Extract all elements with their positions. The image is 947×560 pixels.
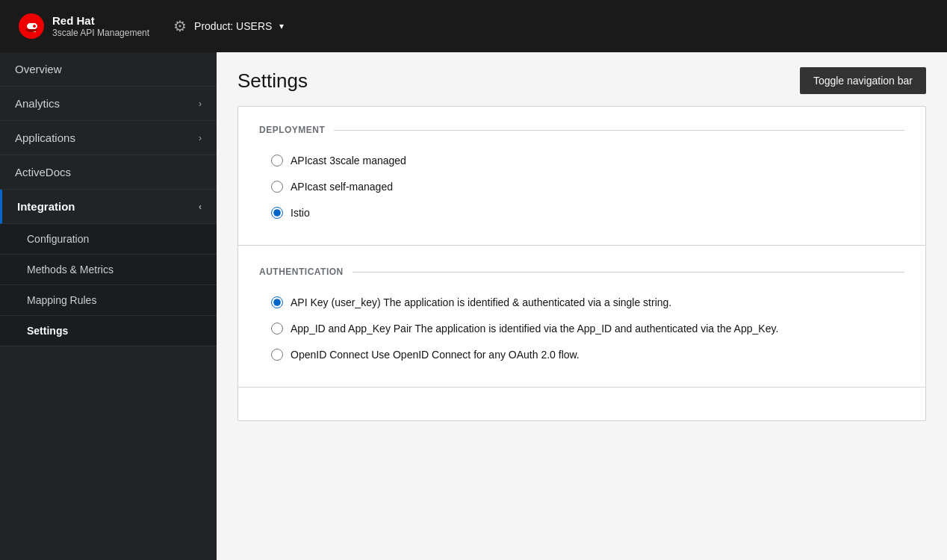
deployment-label-apicast-managed: APIcast 3scale managed bbox=[291, 153, 406, 169]
sidebar-item-applications-label: Applications bbox=[15, 131, 75, 144]
sidebar-item-overview[interactable]: Overview bbox=[0, 52, 217, 87]
sidebar-subitem-settings-label: Settings bbox=[27, 325, 68, 337]
section-divider bbox=[238, 245, 925, 246]
chevron-right-icon: › bbox=[199, 99, 202, 109]
authentication-section-line bbox=[353, 272, 904, 273]
deployment-radio-apicast-self[interactable] bbox=[271, 181, 283, 193]
bottom-divider bbox=[238, 387, 925, 388]
chevron-down-icon: ▾ bbox=[279, 21, 284, 31]
sidebar-item-integration-label: Integration bbox=[17, 200, 75, 213]
toggle-navigation-bar-button[interactable]: Toggle navigation bar bbox=[800, 67, 926, 94]
brand: Red Hat 3scale API Management bbox=[18, 13, 149, 40]
sidebar-item-activedocs[interactable]: ActiveDocs bbox=[0, 155, 217, 190]
sidebar-subitem-configuration-label: Configuration bbox=[27, 233, 89, 245]
sidebar-submenu-integration: Configuration Methods & Metrics Mapping … bbox=[0, 224, 217, 346]
authentication-label-api-key: API Key (user_key) The application is id… bbox=[291, 295, 671, 311]
deployment-option-apicast-managed[interactable]: APIcast 3scale managed bbox=[271, 153, 892, 169]
sidebar-subitem-mapping-rules-label: Mapping Rules bbox=[27, 294, 96, 306]
layout: Overview Analytics › Applications › Acti… bbox=[0, 52, 947, 560]
sidebar-subitem-mapping-rules[interactable]: Mapping Rules bbox=[0, 285, 217, 316]
main-content: Settings Toggle navigation bar DEPLOYMEN… bbox=[217, 52, 947, 560]
sidebar-subitem-methods-metrics[interactable]: Methods & Metrics bbox=[0, 255, 217, 285]
deployment-section: DEPLOYMENT APIcast 3scale managed APIcas… bbox=[238, 107, 925, 242]
deployment-radio-apicast-managed[interactable] bbox=[271, 155, 283, 167]
authentication-option-api-key[interactable]: API Key (user_key) The application is id… bbox=[271, 295, 892, 311]
redhat-logo-icon bbox=[18, 13, 45, 40]
page-title: Settings bbox=[237, 69, 308, 93]
sidebar-subitem-methods-metrics-label: Methods & Metrics bbox=[27, 264, 114, 276]
product-selector[interactable]: ⚙ Product: USERS ▾ bbox=[173, 17, 284, 35]
bottom-spacer bbox=[238, 391, 925, 420]
authentication-radio-app-id-key[interactable] bbox=[271, 323, 283, 335]
deployment-option-apicast-self[interactable]: APIcast self-managed bbox=[271, 179, 892, 195]
authentication-label-app-id-key: App_ID and App_Key Pair The application … bbox=[291, 321, 778, 337]
sidebar-item-analytics-label: Analytics bbox=[15, 97, 60, 110]
brand-text: Red Hat 3scale API Management bbox=[52, 14, 149, 38]
authentication-radio-openid[interactable] bbox=[271, 349, 283, 361]
sidebar-subitem-settings[interactable]: Settings bbox=[0, 316, 217, 346]
deployment-option-istio[interactable]: Istio bbox=[271, 205, 892, 221]
authentication-label-openid: OpenID Connect Use OpenID Connect for an… bbox=[291, 347, 580, 363]
product-selector-icon: ⚙ bbox=[173, 17, 187, 35]
sidebar-item-analytics[interactable]: Analytics › bbox=[0, 87, 217, 121]
chevron-down-icon: ‹ bbox=[199, 202, 202, 212]
settings-card: DEPLOYMENT APIcast 3scale managed APIcas… bbox=[237, 106, 926, 421]
authentication-section: AUTHENTICATION API Key (user_key) The ap… bbox=[238, 249, 925, 384]
deployment-section-line bbox=[334, 130, 904, 131]
authentication-radio-group: API Key (user_key) The application is id… bbox=[259, 292, 904, 366]
deployment-label-apicast-self: APIcast self-managed bbox=[291, 179, 393, 195]
deployment-radio-istio[interactable] bbox=[271, 207, 283, 219]
sidebar-item-activedocs-label: ActiveDocs bbox=[15, 166, 71, 178]
brand-sub: 3scale API Management bbox=[52, 28, 149, 38]
authentication-option-openid[interactable]: OpenID Connect Use OpenID Connect for an… bbox=[271, 347, 892, 363]
product-label: Product: USERS bbox=[194, 20, 272, 32]
sidebar: Overview Analytics › Applications › Acti… bbox=[0, 52, 217, 560]
brand-name: Red Hat bbox=[52, 14, 149, 28]
authentication-radio-api-key[interactable] bbox=[271, 296, 283, 308]
top-header: Red Hat 3scale API Management ⚙ Product:… bbox=[0, 0, 947, 52]
authentication-section-title: AUTHENTICATION bbox=[259, 267, 344, 277]
deployment-radio-group: APIcast 3scale managed APIcast self-mana… bbox=[259, 150, 904, 224]
chevron-right-icon: › bbox=[199, 133, 202, 143]
page-header: Settings Toggle navigation bar bbox=[217, 52, 947, 106]
deployment-label-istio: Istio bbox=[291, 205, 310, 221]
sidebar-item-applications[interactable]: Applications › bbox=[0, 121, 217, 155]
authentication-option-app-id-key[interactable]: App_ID and App_Key Pair The application … bbox=[271, 321, 892, 337]
authentication-section-header: AUTHENTICATION bbox=[259, 267, 904, 277]
sidebar-item-overview-label: Overview bbox=[15, 63, 62, 75]
sidebar-item-integration[interactable]: Integration ‹ bbox=[0, 190, 217, 224]
sidebar-subitem-configuration[interactable]: Configuration bbox=[0, 224, 217, 255]
deployment-section-header: DEPLOYMENT bbox=[259, 125, 904, 135]
deployment-section-title: DEPLOYMENT bbox=[259, 125, 325, 135]
